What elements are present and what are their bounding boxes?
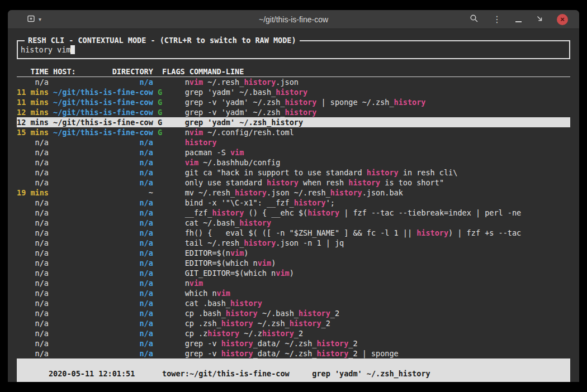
row-directory: n/a (53, 298, 153, 308)
history-row[interactable]: n/an/agit ca "hack in support to use sta… (17, 168, 570, 178)
history-row[interactable]: 11 mins~/git/this-is-fine-cowGgrep -v 'y… (17, 97, 570, 107)
history-row[interactable]: n/an/a__fzf_history () { __ehc $(history… (17, 208, 570, 218)
new-tab-button[interactable]: ▾ (26, 13, 42, 26)
cmd-text: ) (290, 269, 294, 278)
history-row[interactable]: n/an/anvim (17, 278, 570, 288)
history-row[interactable]: n/an/awhich nvim (17, 288, 570, 298)
cmd-text: which n (185, 289, 217, 298)
cmd-match-highlight: history (276, 88, 307, 97)
history-row[interactable]: 15 mins~/git/this-is-fine-cowGnvim ~/.co… (17, 127, 570, 137)
cmd-match-highlight: history (394, 98, 426, 107)
cmd-text: | sponge ~/.zsh_ (316, 98, 394, 107)
cmd-match-highlight: history (290, 319, 321, 328)
row-directory: n/a (53, 338, 153, 348)
history-row[interactable]: 12 mins~/git/this-is-fine-cowGgrep 'yadm… (17, 117, 570, 127)
history-row[interactable]: n/an/acat ~/.bash_history (17, 218, 570, 228)
history-row[interactable]: n/an/agrep -v history_data/ ~/.zsh_histo… (17, 348, 570, 358)
cmd-text: | fzf --tac --tiebreak=index | perl -ne (339, 208, 521, 217)
row-time: 11 mins (17, 97, 49, 107)
search-box-legend: RESH CLI - CONTEXTUAL MODE - (CTRL+R to … (25, 35, 300, 45)
chevron-down-icon: ▾ (39, 16, 41, 22)
row-command: grep -v history_data/ ~/.zsh_history_2 (185, 338, 358, 348)
history-row[interactable]: n/an/acp .zhistory ~/.zhistory_2 (17, 328, 570, 338)
history-row[interactable]: n/an/aonly use standard history when res… (17, 178, 570, 188)
history-row[interactable]: n/an/atail ~/.resh_history.json -n 1 | j… (17, 238, 570, 248)
cmd-text: only use standard (185, 178, 267, 187)
search-button[interactable] (468, 13, 480, 26)
cmd-text: grep -v 'yadm' ~/.zsh_ (185, 98, 285, 107)
status-timestamp: 2020-05-11 12:01:51 (49, 369, 135, 378)
row-command: EDITOR=$(which nvim) (185, 258, 276, 268)
row-time: n/a (17, 168, 49, 178)
cmd-text: pacman -S (185, 148, 230, 157)
menu-button[interactable]: ⋮ (491, 14, 503, 25)
history-row[interactable]: n/an/avim ~/.bashhub/config (17, 157, 570, 168)
cmd-match-highlight: history (348, 178, 380, 187)
history-row[interactable]: 12 mins~/git/this-is-fine-cowGgrep -v 'y… (17, 107, 570, 117)
cmd-text: ) (271, 259, 276, 267)
history-row[interactable]: n/an/anvim ~/.resh_history.json (17, 77, 570, 87)
row-command: grep -v 'yadm' ~/.zsh_history (185, 107, 317, 117)
history-row[interactable]: n/an/abind -x '"\C-x1": __fzf_history'; (17, 198, 570, 208)
cmd-match-highlight: history (367, 168, 399, 177)
cmd-match-highlight: history (307, 208, 339, 217)
cmd-match-highlight: vim (190, 279, 203, 288)
cmd-match-highlight: vim (190, 78, 203, 87)
cmd-match-highlight: history (185, 138, 217, 147)
row-directory: n/a (53, 328, 153, 338)
cmd-text: git ca "hack in support to use standard (185, 168, 367, 177)
cmd-match-highlight: history (207, 329, 239, 338)
history-row[interactable]: n/an/aGIT_EDITOR=$(which nvim) (17, 268, 570, 278)
row-command: vim ~/.bashhub/config (185, 157, 281, 168)
cmd-match-highlight: history (299, 309, 330, 318)
row-command: GIT_EDITOR=$(which nvim) (185, 268, 294, 278)
row-time: 12 mins (17, 107, 49, 117)
cmd-text: cp .bash_ (185, 309, 226, 318)
cmd-text: _data/ ~/.zsh_ (253, 339, 317, 348)
cmd-match-highlight: vim (230, 148, 244, 157)
history-row[interactable]: n/an/afh() { eval $( ([ -n "$ZSH_NAME" ]… (17, 228, 570, 238)
history-row[interactable]: n/an/aEDITOR=$(nvim) (17, 248, 570, 258)
cmd-match-highlight: history (221, 339, 253, 348)
row-time: n/a (17, 318, 49, 328)
history-row[interactable]: 19 mins~mv ~/.resh_history.json ~/.resh_… (17, 188, 570, 198)
cmd-text: mv ~/.resh_ (185, 188, 235, 197)
cmd-text: is too short" (380, 178, 444, 187)
row-directory: n/a (53, 248, 153, 258)
row-time: n/a (17, 238, 49, 248)
row-time: n/a (17, 298, 49, 308)
history-row[interactable]: n/an/apacman -S vim (17, 147, 570, 157)
cmd-match-highlight: vim (217, 289, 230, 298)
search-box[interactable]: RESH CLI - CONTEXTUAL MODE - (CTRL+R to … (17, 40, 570, 59)
row-directory: n/a (53, 288, 153, 298)
status-command: grep 'yadm' ~/.zsh_history (312, 369, 430, 378)
row-command: grep -v history_data/ ~/.zsh_history_2 |… (185, 348, 399, 358)
history-row[interactable]: n/an/aEDITOR=$(which nvim) (17, 258, 570, 268)
row-command: nvim (185, 278, 203, 288)
titlebar[interactable]: ▾ ~/git/this-is-fine-cow ⋮ × (8, 10, 579, 29)
history-row[interactable]: n/an/ahistory (17, 137, 570, 147)
history-row[interactable]: n/an/agrep -v history_data/ ~/.zsh_histo… (17, 338, 570, 348)
cmd-match-highlight: history (221, 349, 253, 358)
header-flags: FLAGS (162, 66, 185, 77)
cmd-text: ~/.zsh_ (253, 319, 290, 328)
cmd-text: _2 (330, 309, 339, 318)
restore-button[interactable] (534, 13, 545, 26)
search-input[interactable]: history vim (21, 45, 70, 55)
row-directory: n/a (53, 208, 153, 218)
history-row[interactable]: n/an/acat .bash_history (17, 298, 570, 308)
row-time: n/a (17, 308, 49, 318)
close-button[interactable]: × (557, 14, 568, 25)
close-icon: × (560, 14, 565, 25)
history-row[interactable]: 11 mins~/git/this-is-fine-cowGgrep 'yadm… (17, 87, 570, 97)
row-command: fh() { eval $( ([ -n "$ZSH_NAME" ] && fc… (185, 228, 521, 238)
table-header: TIMEHOST: DIRECTORY FLAGSCOMMAND-LINE (17, 66, 570, 77)
minimize-button[interactable] (514, 16, 523, 23)
row-time: n/a (17, 218, 49, 228)
row-directory: n/a (53, 137, 153, 147)
history-row[interactable]: n/an/acp .bash_history ~/.bash_history_2 (17, 308, 570, 318)
cmd-text: ~/.bash_ (258, 309, 299, 318)
history-row[interactable]: n/an/acp .zsh_history ~/.zsh_history_2 (17, 318, 570, 328)
cmd-match-highlight: history (330, 188, 362, 197)
cmd-text: .json (276, 78, 299, 87)
